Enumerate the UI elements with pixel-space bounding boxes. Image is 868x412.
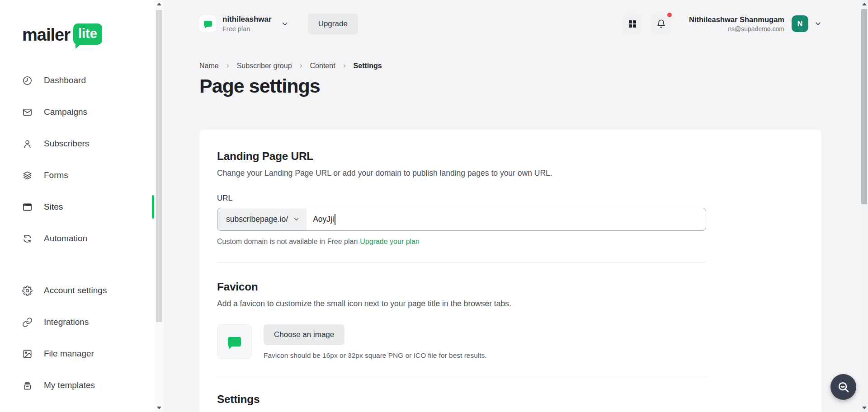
dashboard-icon: [22, 75, 33, 86]
sidebar-item-account-settings[interactable]: Account settings: [0, 275, 155, 306]
apps-grid-button[interactable]: [623, 14, 642, 34]
url-prefix-dropdown[interactable]: subscribepage.io/: [217, 208, 307, 230]
notification-dot: [667, 13, 672, 17]
notifications-button[interactable]: [651, 14, 671, 34]
scroll-down-icon[interactable]: [157, 407, 161, 409]
layers-icon: [22, 170, 33, 181]
person-icon: [22, 139, 33, 149]
apps-grid-icon: [628, 20, 637, 28]
sidebar-item-label: Sites: [44, 202, 63, 212]
chevron-right-icon: [225, 63, 231, 69]
help-widget-button[interactable]: [830, 374, 856, 400]
chevron-right-icon: [342, 63, 347, 69]
upgrade-plan-link[interactable]: Upgrade your plan: [360, 238, 420, 245]
sidebar-item-label: Automation: [44, 234, 87, 243]
favicon-heading: Favicon: [217, 281, 706, 293]
url-field: subscribepage.io/ AoyJji: [217, 208, 706, 231]
settings-heading: Settings: [217, 393, 706, 406]
gear-icon: [22, 286, 33, 296]
link-icon: [22, 317, 33, 328]
sidebar-item-label: File manager: [44, 349, 94, 359]
section-divider: [217, 376, 706, 376]
choose-image-button[interactable]: Choose an image: [264, 324, 344, 345]
sidebar-item-file-manager[interactable]: File manager: [0, 338, 155, 370]
browser-icon: [22, 202, 33, 212]
refresh-icon: [22, 234, 33, 244]
sidebar-item-dashboard[interactable]: Dashboard: [0, 65, 155, 96]
scroll-down-icon[interactable]: [862, 407, 867, 409]
topbar: nithileashwar Free plan Upgrade Nithilea…: [163, 0, 860, 47]
page-title: Page settings: [199, 75, 320, 97]
sidebar-item-subscribers[interactable]: Subscribers: [0, 128, 155, 159]
avatar: N: [792, 15, 808, 32]
custom-domain-helper: Custom domain is not available in Free p…: [217, 238, 706, 246]
favicon-preview: [217, 324, 252, 359]
url-prefix-value: subscribepage.io/: [226, 215, 288, 224]
sidebar-item-label: Subscribers: [44, 139, 89, 149]
speech-bubble-icon: [228, 337, 241, 346]
sidebar-item-sites[interactable]: Sites: [0, 191, 155, 223]
user-name: Nithileashwar Shanmugam: [689, 15, 784, 24]
sidebar-item-forms[interactable]: Forms: [0, 159, 155, 191]
landing-page-url-description: Change your Landing Page URL or add your…: [217, 169, 706, 178]
sidebar-item-integrations[interactable]: Integrations: [0, 306, 155, 338]
chevron-down-icon: [293, 216, 300, 223]
upgrade-button[interactable]: Upgrade: [308, 14, 358, 34]
settings-card: Landing Page URL Change your Landing Pag…: [199, 130, 821, 412]
sidebar-item-label: Dashboard: [44, 75, 86, 85]
sidebar-item-label: Campaigns: [44, 107, 87, 117]
url-label: URL: [217, 194, 706, 203]
workspace-plan: Free plan: [222, 25, 272, 33]
breadcrumb-content[interactable]: Content: [310, 62, 335, 70]
speech-bubble-icon: [204, 21, 212, 27]
workspace-name: nithileashwar: [222, 15, 272, 24]
page-scrollbar-thumb[interactable]: [861, 9, 867, 204]
text-cursor: [335, 214, 335, 225]
sidebar-item-label: Integrations: [44, 317, 89, 327]
logo-lite-badge: lite: [73, 23, 102, 45]
page-scrollbar: [860, 0, 868, 412]
favicon-note: Favicon should be 16px or 32px square PN…: [264, 351, 487, 360]
sidebar-scrollbar: [155, 0, 163, 412]
sidebar-item-automation[interactable]: Automation: [0, 223, 155, 254]
chevron-down-icon: [814, 20, 822, 28]
breadcrumb-settings: Settings: [354, 62, 382, 70]
mailerlite-logo[interactable]: mailer lite: [22, 23, 102, 45]
landing-page-url-heading: Landing Page URL: [217, 150, 706, 163]
chevron-down-icon: [281, 20, 289, 28]
sidebar-item-label: Account settings: [44, 286, 107, 295]
favicon-description: Add a favicon to customize the small ico…: [217, 299, 706, 309]
scroll-up-icon[interactable]: [862, 3, 867, 5]
sidebar-item-my-templates[interactable]: My templates: [0, 370, 155, 401]
sidebar-item-campaigns[interactable]: Campaigns: [0, 96, 155, 128]
breadcrumb: Name Subscriber group Content Settings: [199, 62, 382, 70]
workspace-tile: [199, 15, 216, 32]
sidebar-nav: Dashboard Campaigns Subscribers Forms Si…: [0, 65, 155, 401]
scroll-up-icon[interactable]: [157, 3, 161, 5]
url-input[interactable]: AoyJji: [307, 208, 706, 230]
breadcrumb-subscriber-group[interactable]: Subscriber group: [237, 62, 292, 70]
breadcrumb-name[interactable]: Name: [199, 62, 219, 70]
sidebar: mailer lite Dashboard Campaigns Subscrib…: [0, 0, 155, 412]
workspace-selector[interactable]: nithileashwar Free plan: [199, 15, 289, 33]
sidebar-scrollbar-thumb[interactable]: [156, 10, 162, 322]
archive-icon: [22, 380, 33, 391]
envelope-icon: [22, 107, 33, 117]
logo-text: mailer: [22, 23, 70, 43]
user-email: ns@supademo.com: [689, 25, 784, 33]
bell-icon: [656, 19, 666, 28]
sidebar-group-gap: [0, 254, 155, 275]
sidebar-item-label: My templates: [44, 380, 95, 390]
user-menu[interactable]: Nithileashwar Shanmugam ns@supademo.com …: [689, 15, 822, 33]
image-icon: [22, 349, 33, 359]
sidebar-item-label: Forms: [44, 170, 68, 180]
chevron-right-icon: [298, 63, 304, 69]
url-input-value: AoyJji: [313, 215, 334, 224]
section-divider: [217, 262, 706, 262]
search-smile-icon: [837, 380, 850, 394]
